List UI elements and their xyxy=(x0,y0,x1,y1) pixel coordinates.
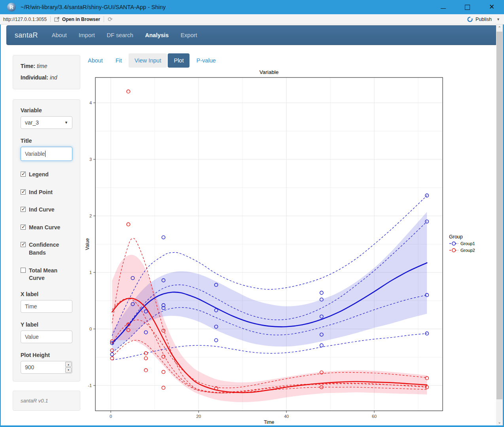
variable-label: Variable xyxy=(21,107,72,113)
chevron-down-icon: ▼ xyxy=(64,121,68,125)
svg-text:20: 20 xyxy=(196,414,201,419)
publish-icon xyxy=(467,16,473,23)
svg-text:Value: Value xyxy=(85,238,90,250)
svg-text:3: 3 xyxy=(89,157,92,162)
analysis-plot: 43210-10204060VariableTimeValueGroupGrou… xyxy=(85,67,477,425)
window-titlebar: R ~/R/win-library/3.4/santaR/shiny-GUI/S… xyxy=(0,0,504,14)
app-frame: santaR About Import DF search Analysis E… xyxy=(0,25,504,427)
publish-dropdown-caret[interactable]: ▼ xyxy=(496,17,500,21)
svg-text:Time: Time xyxy=(264,419,275,425)
svg-text:Group1: Group1 xyxy=(460,241,475,246)
checkbox-confidence-bands[interactable]: Confidence Bands xyxy=(21,241,72,257)
main-content: About Fit View Input Plot P-value 43210-… xyxy=(80,45,491,426)
open-in-browser-icon xyxy=(54,17,60,22)
tab-view-input[interactable]: View Input xyxy=(129,53,167,68)
nav-item-export[interactable]: Export xyxy=(174,26,203,45)
plot-height-label: Plot Height xyxy=(21,352,72,358)
scrollbar-thumb[interactable] xyxy=(496,32,502,399)
navbar-brand[interactable]: santaR xyxy=(7,31,46,40)
r-logo-icon: R xyxy=(7,3,16,11)
svg-text:0: 0 xyxy=(110,414,112,419)
dataset-info-panel: Time: time Individual: ind xyxy=(13,55,80,89)
text-cursor xyxy=(45,151,45,157)
close-button[interactable]: ✕ xyxy=(489,4,495,10)
scroll-down-button[interactable]: ⌄ xyxy=(496,419,503,425)
checkbox-box xyxy=(21,268,26,273)
checkbox-box xyxy=(21,172,26,177)
svg-text:0: 0 xyxy=(89,327,92,331)
nav-item-df-search[interactable]: DF search xyxy=(101,26,139,45)
y-label-label: Y label xyxy=(21,321,72,328)
spinner-up-button[interactable]: ▲ xyxy=(65,362,72,367)
plot-controls-panel: Variable var_3 ▼ Title Variable Legend I… xyxy=(13,99,80,382)
sidebar: Time: time Individual: ind Variable var_… xyxy=(13,45,80,426)
nav-item-about[interactable]: About xyxy=(46,26,73,45)
svg-text:1: 1 xyxy=(89,270,92,275)
checkbox-box xyxy=(21,189,26,195)
spinner-down-button[interactable]: ▼ xyxy=(65,367,72,373)
app-url: http://127.0.0.1:3055 xyxy=(3,17,47,22)
tab-p-value[interactable]: P-value xyxy=(190,53,222,68)
svg-text:Group: Group xyxy=(449,234,463,240)
checkbox-ind-point[interactable]: Ind Point xyxy=(21,189,72,196)
checkbox-box xyxy=(21,242,26,247)
svg-text:2: 2 xyxy=(89,214,92,218)
toolbar-divider xyxy=(50,16,51,22)
scroll-up-button[interactable]: ⌃ xyxy=(496,25,503,31)
version-text: santaR v0.1 xyxy=(21,398,72,404)
navbar: santaR About Import DF search Analysis E… xyxy=(6,25,497,45)
checkbox-legend[interactable]: Legend xyxy=(21,171,72,179)
publish-button[interactable]: Publish xyxy=(476,17,492,22)
checkbox-ind-curve[interactable]: Ind Curve xyxy=(21,206,72,214)
maximize-button[interactable] xyxy=(465,5,470,10)
checkbox-total-mean-curve[interactable]: Total Mean Curve xyxy=(21,267,72,282)
individual-info: Individual: ind xyxy=(21,74,72,81)
svg-text:60: 60 xyxy=(372,414,377,419)
svg-text:Group2: Group2 xyxy=(460,248,475,253)
window-title: ~/R/win-library/3.4/santaR/shiny-GUI/SAN… xyxy=(21,4,441,10)
checkbox-box xyxy=(21,225,26,230)
refresh-icon[interactable]: ⟳ xyxy=(108,16,113,23)
tab-plot[interactable]: Plot xyxy=(168,53,189,68)
analysis-tabs: About Fit View Input Plot P-value xyxy=(82,53,491,68)
nav-item-analysis[interactable]: Analysis xyxy=(139,26,175,45)
svg-text:-1: -1 xyxy=(88,383,92,388)
time-info: Time: time xyxy=(21,63,72,69)
title-input[interactable]: Variable xyxy=(21,147,72,161)
svg-text:40: 40 xyxy=(284,414,289,419)
x-label-input[interactable] xyxy=(21,300,72,313)
open-in-browser-button[interactable]: Open in Browser xyxy=(54,17,100,22)
vertical-scrollbar[interactable]: ⌃ ⌄ xyxy=(496,25,503,425)
title-label: Title xyxy=(21,138,72,144)
variable-select[interactable]: var_3 ▼ xyxy=(21,116,72,129)
tab-about[interactable]: About xyxy=(82,53,109,68)
minimize-button[interactable] xyxy=(441,6,446,9)
toolbar-divider xyxy=(104,16,104,22)
checkbox-mean-curve[interactable]: Mean Curve xyxy=(21,224,72,232)
x-label-label: X label xyxy=(21,291,72,297)
nav-item-import[interactable]: Import xyxy=(73,26,101,45)
tab-fit[interactable]: Fit xyxy=(110,53,128,68)
svg-text:4: 4 xyxy=(89,100,92,105)
version-panel: santaR v0.1 xyxy=(13,391,80,411)
checkbox-box xyxy=(21,207,26,212)
shiny-toolbar: http://127.0.0.1:3055 Open in Browser ⟳ … xyxy=(0,14,504,25)
y-label-input[interactable] xyxy=(21,331,72,343)
svg-text:Variable: Variable xyxy=(260,69,279,75)
plot-container: 43210-10204060VariableTimeValueGroupGrou… xyxy=(85,67,491,426)
